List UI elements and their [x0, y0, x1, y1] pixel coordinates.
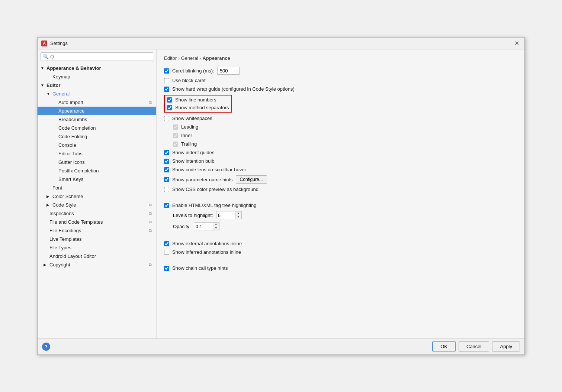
- sidebar-item-inspections[interactable]: Inspections ⧉: [38, 209, 156, 218]
- sidebar-item-code-completion[interactable]: Code Completion: [38, 124, 156, 132]
- indent-guides-label: Show indent guides: [172, 150, 214, 155]
- setting-inferred-annotations: Show inferred annotations inline: [164, 249, 517, 255]
- sidebar-item-label: Gutter Icons: [58, 159, 85, 165]
- method-separators-checkbox[interactable]: [167, 105, 172, 110]
- sidebar-item-label: File and Code Templates: [49, 219, 103, 225]
- sidebar-item-keymap[interactable]: Keymap: [38, 72, 156, 81]
- copy-icon: ⧉: [149, 211, 152, 216]
- gap1: [164, 195, 517, 200]
- setting-levels-highlight: Levels to highlight: ▲ ▼: [164, 211, 517, 219]
- breadcrumb: Editor › General › Appearance: [164, 55, 517, 61]
- configure-button[interactable]: Configure...: [236, 175, 267, 184]
- sidebar-item-label: Android Layout Editor: [49, 253, 96, 259]
- setting-code-lens: Show code lens on scrollbar hover: [164, 167, 517, 172]
- window-title: Settings: [50, 41, 68, 46]
- hard-wrap-checkbox[interactable]: [164, 87, 169, 92]
- copy-icon: ⧉: [149, 228, 152, 233]
- sidebar-item-live-templates[interactable]: Live Templates: [38, 235, 156, 243]
- sidebar-item-label: Editor: [46, 82, 61, 88]
- levels-highlight-input[interactable]: [216, 212, 235, 219]
- help-button[interactable]: ?: [42, 343, 50, 351]
- setting-external-annotations: Show external annotations inline: [164, 241, 517, 246]
- intention-bulb-checkbox[interactable]: [164, 159, 169, 164]
- indent-guides-checkbox[interactable]: [164, 150, 169, 155]
- close-button[interactable]: ✕: [513, 40, 521, 47]
- code-lens-label: Show code lens on scrollbar hover: [172, 167, 246, 172]
- sidebar-item-console[interactable]: Console: [38, 141, 156, 149]
- leading-checkbox: [173, 124, 178, 130]
- sidebar-item-gutter-icons[interactable]: Gutter Icons: [38, 158, 156, 166]
- title-bar-left: A Settings: [41, 41, 68, 46]
- expand-icon: ▼: [41, 83, 45, 87]
- setting-opacity: Opacity: ▲ ▼: [164, 222, 517, 230]
- block-caret-checkbox[interactable]: [164, 78, 169, 83]
- sidebar-item-label: Appearance & Behavior: [46, 65, 101, 71]
- sidebar-item-general[interactable]: ▼ General: [38, 90, 156, 98]
- sidebar-item-label: Editor Tabs: [58, 151, 83, 156]
- caret-blinking-checkbox[interactable]: [164, 68, 169, 74]
- sidebar-item-editor[interactable]: ▼ Editor: [38, 81, 156, 90]
- sidebar-item-label: Appearance: [58, 108, 84, 114]
- expand-icon: ▶: [46, 203, 51, 207]
- dialog-buttons: OK Cancel Apply: [432, 341, 520, 351]
- opacity-spinner[interactable]: ▲ ▼: [194, 222, 219, 230]
- css-color-checkbox[interactable]: [164, 187, 169, 192]
- cancel-button[interactable]: Cancel: [459, 341, 489, 351]
- chain-call-checkbox[interactable]: [164, 266, 169, 271]
- sidebar-item-code-folding[interactable]: Code Folding: [38, 132, 156, 141]
- opacity-input[interactable]: [194, 223, 213, 230]
- spinner-down-btn[interactable]: ▼: [235, 215, 241, 219]
- search-input[interactable]: [50, 54, 151, 59]
- sidebar-item-file-encodings[interactable]: File Encodings ⧉: [38, 226, 156, 235]
- sidebar-item-file-types[interactable]: File Types: [38, 243, 156, 252]
- expand-icon: ▶: [46, 194, 51, 198]
- spinner-down-btn[interactable]: ▼: [213, 226, 219, 230]
- code-lens-checkbox[interactable]: [164, 167, 169, 172]
- sidebar-item-font[interactable]: Font: [38, 184, 156, 192]
- sidebar-item-label: Font: [52, 185, 62, 191]
- sidebar-item-color-scheme[interactable]: ▶ Color Scheme: [38, 192, 156, 201]
- setting-css-color: Show CSS color preview as background: [164, 187, 517, 192]
- ok-button[interactable]: OK: [432, 341, 456, 351]
- sidebar-item-breadcrumbs[interactable]: Breadcrumbs: [38, 115, 156, 124]
- setting-inner: Inner: [164, 133, 517, 138]
- sidebar-item-smart-keys[interactable]: Smart Keys: [38, 175, 156, 184]
- external-annotations-checkbox[interactable]: [164, 241, 169, 246]
- sidebar-item-label: File Encodings: [49, 228, 81, 233]
- spinner-up-btn[interactable]: ▲: [235, 211, 241, 215]
- sidebar-item-auto-import[interactable]: Auto Import ⧉: [38, 98, 156, 107]
- expand-icon: ▼: [46, 92, 51, 96]
- sidebar-item-label: Live Templates: [49, 236, 81, 242]
- highlight-box: Show line numbers Show method separators: [164, 95, 232, 113]
- caret-blinking-label: Caret blinking (ms):: [172, 68, 214, 74]
- setting-caret-blinking: Caret blinking (ms):: [164, 67, 517, 75]
- whitespaces-checkbox[interactable]: [164, 116, 169, 121]
- sidebar-item-appearance[interactable]: Appearance: [38, 107, 156, 115]
- sidebar-item-appearance-behavior[interactable]: ▼ Appearance & Behavior: [38, 64, 156, 72]
- param-hints-checkbox[interactable]: [164, 177, 169, 182]
- sidebar-item-android-layout-editor[interactable]: Android Layout Editor: [38, 252, 156, 260]
- sidebar-item-postfix-completion[interactable]: Postfix Completion: [38, 166, 156, 175]
- inferred-annotations-label: Show inferred annotations inline: [172, 249, 241, 255]
- levels-highlight-label: Levels to highlight:: [173, 213, 213, 218]
- whitespaces-label: Show whitespaces: [172, 116, 212, 121]
- levels-highlight-spinner[interactable]: ▲ ▼: [216, 211, 242, 219]
- line-numbers-checkbox[interactable]: [167, 97, 172, 103]
- copy-icon: ⧉: [149, 203, 152, 207]
- spinner-buttons: ▲ ▼: [213, 223, 219, 230]
- sidebar-item-label: Smart Keys: [58, 176, 83, 182]
- sidebar-item-label: General: [52, 91, 70, 97]
- search-box[interactable]: 🔍: [41, 52, 153, 61]
- setting-line-numbers: Show line numbers: [167, 97, 229, 103]
- html-xml-checkbox[interactable]: [164, 203, 169, 208]
- sidebar-item-code-style[interactable]: ▶ Code Style ⧉: [38, 201, 156, 209]
- sidebar-item-editor-tabs[interactable]: Editor Tabs: [38, 149, 156, 158]
- inferred-annotations-checkbox[interactable]: [164, 250, 169, 255]
- spinner-up-btn[interactable]: ▲: [213, 223, 219, 226]
- sidebar-item-file-code-templates[interactable]: File and Code Templates ⧉: [38, 218, 156, 226]
- line-numbers-label: Show line numbers: [175, 97, 216, 103]
- setting-intention-bulb: Show intention bulb: [164, 158, 517, 164]
- sidebar-item-copyright[interactable]: ▶ Copyright ⧉: [38, 260, 156, 269]
- caret-blinking-input[interactable]: [217, 67, 240, 75]
- apply-button[interactable]: Apply: [492, 341, 520, 351]
